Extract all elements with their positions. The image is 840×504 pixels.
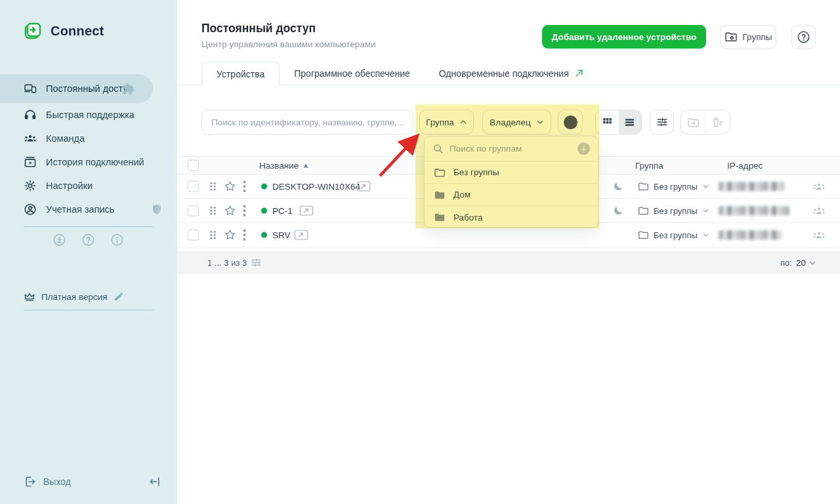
column-header-ip[interactable]: IP-адрес — [727, 161, 763, 171]
sidebar-nav: Постоянный доступ Быстрая поддержка Кома… — [0, 74, 177, 221]
pagination-range: 1 ... 3 из 3 — [207, 258, 247, 268]
per-page-value: 20 — [796, 258, 806, 268]
shared-users-icon[interactable] — [812, 181, 826, 192]
kebab-menu-icon[interactable] — [243, 205, 246, 217]
add-remote-device-button[interactable]: Добавить удаленное устройство — [542, 25, 706, 49]
device-name[interactable]: DESKTOP-WIN10X64 — [272, 182, 360, 192]
kebab-menu-icon[interactable] — [243, 180, 246, 192]
select-all-checkbox-cell — [188, 160, 199, 171]
row-group-select[interactable]: Без группы — [638, 230, 709, 241]
shared-users-icon[interactable] — [812, 230, 826, 240]
crown-icon — [24, 291, 35, 303]
help-circle-icon[interactable] — [81, 233, 95, 247]
row-checkbox[interactable] — [188, 181, 199, 192]
folder-filled-icon — [434, 211, 446, 223]
help-button[interactable] — [791, 25, 816, 49]
external-link-arrow-icon — [574, 68, 584, 78]
puzzle-icon — [122, 83, 135, 95]
screen-share-icon[interactable] — [356, 181, 371, 192]
drag-handle-icon[interactable] — [209, 182, 217, 192]
screen-share-icon[interactable] — [299, 205, 314, 217]
sleep-moon-icon — [612, 180, 624, 192]
sidebar-item-permanent-access[interactable]: Постоянный доступ — [0, 74, 153, 103]
delete-devices-button[interactable] — [705, 110, 730, 134]
sidebar: Connect Постоянный доступ Быстрая поддер… — [0, 0, 177, 504]
row-group-select[interactable]: Без группы — [638, 181, 709, 192]
account-icon — [24, 203, 37, 216]
app-logo[interactable]: Connect — [24, 22, 104, 40]
favorite-star-icon[interactable] — [224, 205, 236, 217]
ip-address-blurred — [719, 182, 784, 191]
group-search-row: + — [425, 136, 598, 161]
tab-simultaneous-connections[interactable]: Одновременные подключения — [425, 62, 598, 85]
status-filter-button[interactable] — [558, 110, 583, 135]
tab-software[interactable]: Программное обеспечение — [280, 62, 425, 85]
table-settings-button[interactable] — [650, 110, 674, 135]
gear-icon — [24, 179, 37, 192]
drag-handle-icon[interactable] — [209, 206, 217, 216]
sleep-moon-icon — [612, 205, 624, 217]
shield-icon — [151, 203, 163, 215]
tab-devices[interactable]: Устройства — [201, 62, 280, 85]
group-search-input[interactable] — [450, 144, 572, 154]
folder-outline-icon — [434, 167, 446, 178]
move-to-group-button[interactable] — [681, 110, 705, 134]
device-search-field[interactable] — [201, 110, 413, 135]
sidebar-item-label: Постоянный доступ — [46, 83, 133, 94]
group-option-no-group[interactable]: Без группы — [425, 161, 598, 184]
group-filter-button[interactable]: Группа — [419, 110, 474, 135]
view-toggle — [595, 110, 642, 135]
app-name: Connect — [51, 24, 104, 39]
add-group-button[interactable]: + — [578, 142, 590, 155]
device-search-input[interactable] — [211, 117, 404, 127]
online-status-dot — [261, 232, 267, 238]
owner-filter-button[interactable]: Владелец — [482, 110, 551, 135]
sidebar-item-label: Быстрая поддержка — [46, 110, 135, 120]
list-view-icon — [624, 117, 635, 128]
column-header-group[interactable]: Группа — [635, 161, 663, 171]
question-circle-icon — [797, 30, 810, 44]
info-circle-icon[interactable] — [110, 233, 124, 247]
favorite-star-icon[interactable] — [224, 229, 236, 242]
tab-bar: Устройства Программное обеспечение Однов… — [177, 62, 840, 85]
collapse-sidebar-icon[interactable] — [148, 475, 161, 488]
group-option-work[interactable]: Работа — [425, 206, 598, 228]
sidebar-footer: Выход — [24, 475, 161, 488]
shared-users-icon[interactable] — [812, 205, 826, 216]
logout-button[interactable]: Выход — [24, 475, 71, 488]
group-option-home[interactable]: Дом — [425, 184, 598, 206]
edit-pencil-icon[interactable] — [114, 291, 124, 302]
tab-label: Программное обеспечение — [294, 68, 410, 79]
row-checkbox[interactable] — [188, 205, 199, 217]
group-option-label: Работа — [453, 213, 483, 222]
row-checkbox[interactable] — [188, 230, 199, 241]
download-circle-icon[interactable] — [52, 233, 66, 247]
folder-gear-icon — [724, 30, 738, 43]
device-name[interactable]: PC-1 — [272, 206, 293, 216]
team-icon — [24, 132, 37, 145]
sidebar-item-label: Учетная запись — [46, 204, 114, 215]
row-group-select[interactable]: Без группы — [638, 205, 709, 217]
tab-label: Одновременные подключения — [439, 68, 569, 79]
device-name[interactable]: SRV — [272, 230, 291, 240]
select-all-checkbox[interactable] — [188, 160, 199, 171]
paid-version[interactable]: Платная версия — [24, 291, 153, 310]
kebab-menu-icon[interactable] — [243, 229, 246, 241]
screen-share-icon[interactable] — [294, 230, 308, 241]
list-view-button[interactable] — [619, 110, 642, 134]
sidebar-item-settings[interactable]: Настройки — [0, 174, 177, 198]
groups-button[interactable]: Группы — [720, 25, 776, 49]
favorite-star-icon[interactable] — [224, 180, 236, 193]
sidebar-item-team[interactable]: Команда — [0, 127, 177, 150]
sidebar-item-account[interactable]: Учетная запись — [0, 198, 177, 221]
per-page-select[interactable]: 20 — [796, 258, 816, 268]
sidebar-item-connection-history[interactable]: История подключений — [0, 150, 177, 174]
online-status-dot — [261, 208, 267, 214]
sidebar-aux-icons — [24, 233, 153, 247]
folder-filled-icon — [434, 189, 446, 201]
drag-handle-icon[interactable] — [209, 230, 217, 240]
pagination-settings-icon[interactable] — [251, 257, 262, 268]
sidebar-item-quick-support[interactable]: Быстрая поддержка — [0, 103, 177, 127]
column-header-name[interactable]: Название — [259, 161, 308, 171]
grid-view-button[interactable] — [596, 110, 619, 134]
